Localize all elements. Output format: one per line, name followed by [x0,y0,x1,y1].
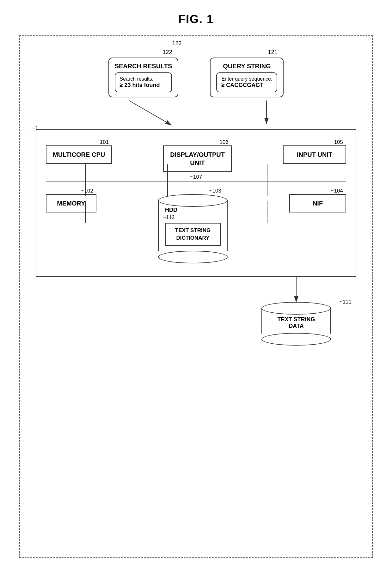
hdd-cylinder: HDD ~112 TEXT STRINGDICTIONARY [158,194,228,263]
cylinder-bottom-ellipse [158,251,228,263]
search-results-box: SEARCH RESULTS Search results: ≥ 23 hits… [108,58,179,97]
search-results-value: ≥ 23 hits found [120,82,167,89]
memory-box: MEMORY [46,194,96,212]
display-output-box: DISPLAY/OUTPUTUNIT [163,145,232,172]
nif-label: NIF [313,200,323,207]
ts-data-top-ellipse [261,302,331,315]
outer-container: 122 122 SEARCH RESULTS Search results: ≥… [19,35,373,558]
ref-104: ~104 [331,188,343,194]
input-unit-col: ~105 INPUT UNIT [283,139,346,164]
system-bottom-row: ~102 MEMORY ~103 [46,188,346,263]
ref-103: ~103 [209,188,221,194]
top-ui-row: 122 122 SEARCH RESULTS Search results: ≥… [36,49,356,97]
ref-105: ~105 [331,139,343,145]
query-string-value: ≥ CACGCGAGT [221,82,272,89]
display-output-label: DISPLAY/OUTPUTUNIT [170,151,225,166]
input-unit-box: INPUT UNIT [283,145,346,164]
search-results-title: SEARCH RESULTS [115,63,172,70]
arrow-search-to-display [129,101,172,125]
cylinder-body: HDD ~112 TEXT STRINGDICTIONARY [158,200,228,251]
figure-title: FIG. 1 [178,13,214,26]
ref-label-122: 122 [162,49,172,56]
bus-area: ~107 [46,181,346,181]
display-output-col: ~106 DISPLAY/OUTPUTUNIT [163,139,232,172]
cylinder-top-ellipse [158,194,228,207]
ref-112: ~112 [163,215,224,220]
external-db-area: ~111 TEXT STRINGDATA [36,277,356,346]
text-string-data-label: TEXT STRINGDATA [277,316,315,329]
nif-box: NIF [289,194,346,212]
multicore-cpu-col: ~101 MULTICORE CPU [46,139,112,164]
ref-106: ~106 [217,139,229,145]
nif-col: ~104 NIF [289,188,346,212]
text-string-dict-box: TEXT STRINGDICTIONARY [165,223,221,246]
text-string-dict-label: TEXT STRINGDICTIONARY [175,227,211,241]
memory-col: ~102 MEMORY [46,188,96,212]
multicore-cpu-label: MULTICORE CPU [53,151,105,158]
input-unit-label: INPUT UNIT [297,151,332,158]
query-string-title: QUERY STRING [216,63,277,70]
diagram-area: ~1 ~101 MULTICORE CPU ~106 DISPLA [36,101,356,346]
query-string-box: QUERY STRING Enter query sequence: ≥ CAC… [210,58,284,97]
page: FIG. 1 122 122 SEARCH RESULTS Search res… [0,0,392,571]
text-string-data-cylinder: TEXT STRINGDATA [261,302,331,346]
multicore-cpu-box: MULTICORE CPU [46,145,112,164]
bus-line [46,181,346,181]
ref-label-121: 121 [268,49,277,56]
query-string-inner: Enter query sequence: ≥ CACGCGAGT [216,72,277,92]
connector-svg [36,101,356,126]
ref-107: ~107 [190,174,202,180]
system-ref-1: ~1 [31,125,39,132]
connector-area [36,101,356,126]
ref-111: ~111 [340,299,352,305]
text-string-data-container: ~111 TEXT STRINGDATA [261,302,331,346]
system-top-row: ~101 MULTICORE CPU ~106 DISPLAY/OUTPUTUN… [46,139,346,172]
search-results-prompt: Search results: [120,76,167,82]
search-results-inner: Search results: ≥ 23 hits found [115,72,172,92]
ref-101: ~101 [97,139,109,145]
hdd-label: HDD [162,207,224,213]
arrow-nif-to-db [290,277,303,302]
ts-data-bottom-ellipse [261,333,331,346]
hdd-col: ~103 HDD ~112 TEXT STRINGDICTI [158,188,228,263]
query-string-prompt: Enter query sequence: [221,76,272,82]
ref-122: 122 [172,40,181,47]
ref-102: ~102 [81,188,93,194]
nif-to-db-connector: ~111 TEXT STRINGDATA [261,277,331,346]
system-box: ~1 ~101 MULTICORE CPU ~106 DISPLA [36,129,356,277]
memory-label: MEMORY [57,200,85,207]
